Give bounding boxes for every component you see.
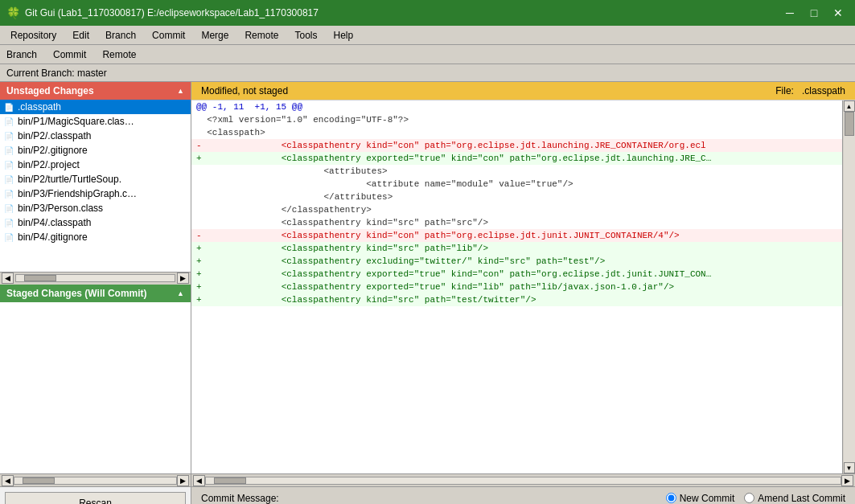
branch-bar-remote[interactable]: Remote — [102, 49, 136, 60]
file-name-label: bin/P4/.classpath — [18, 217, 91, 228]
unstaged-file-item[interactable]: 📄bin/P2/turtle/TurtleSoup. — [0, 172, 191, 186]
radio-amend-label: Amend Last Commit — [758, 493, 845, 504]
menu-item-repository[interactable]: Repository — [3, 27, 64, 43]
menu-item-merge[interactable]: Merge — [194, 27, 236, 43]
unstaged-hscroll[interactable]: ◀ ▶ — [0, 272, 191, 285]
unstaged-file-item[interactable]: 📄bin/P4/.classpath — [0, 215, 191, 230]
file-name: .classpath — [802, 85, 845, 96]
right-panel: Modified, not staged File: .classpath @@… — [191, 82, 855, 486]
diff-line: + <classpathentry exported="true" kind="… — [191, 281, 842, 293]
unstaged-file-item[interactable]: 📄bin/P2/.classpath — [0, 129, 191, 143]
diff-line: <attribute name="module" value="true"/> — [191, 178, 842, 191]
diff-hscroll-left[interactable]: ◀ — [193, 475, 205, 486]
menu-item-remote[interactable]: Remote — [237, 27, 286, 43]
unstaged-file-item[interactable]: 📄bin/P4/.gitignore — [0, 230, 191, 244]
branch-bar-commit[interactable]: Commit — [53, 49, 86, 60]
file-name-label: bin/P2/turtle/TurtleSoup. — [18, 174, 121, 185]
diff-line: + <classpathentry kind="src" path="lib"/… — [191, 242, 842, 255]
commit-header: Commit Message: New Commit Amend Last Co… — [191, 487, 855, 504]
menu-bar: RepositoryEditBranchCommitMergeRemoteToo… — [0, 26, 855, 45]
unstaged-list[interactable]: 📄.classpath📄bin/P1/MagicSquare.clas…📄bin… — [0, 100, 191, 272]
unstaged-header: Unstaged Changes ▲ — [0, 82, 191, 100]
hscroll-right-arrow[interactable]: ▶ — [177, 272, 189, 284]
hscroll-track[interactable] — [15, 274, 175, 282]
diff-hscroll-right[interactable]: ▶ — [841, 475, 853, 486]
diff-hscroll-track[interactable] — [205, 477, 841, 485]
diff-line: + <classpathentry excluding="twitter/" k… — [191, 255, 842, 268]
menu-item-commit[interactable]: Commit — [145, 27, 192, 43]
hscroll2-thumb[interactable] — [23, 477, 55, 484]
left-bottom-hscroll[interactable]: ◀ ▶ — [0, 473, 191, 486]
file-name-label: bin/P2/.project — [18, 159, 80, 170]
menu-item-edit[interactable]: Edit — [65, 27, 97, 43]
unstaged-file-item[interactable]: 📄bin/P2/.gitignore — [0, 143, 191, 158]
unstaged-file-item[interactable]: 📄.classpath — [0, 100, 191, 114]
menu-item-help[interactable]: Help — [326, 27, 360, 43]
hscroll-left-arrow[interactable]: ◀ — [2, 272, 14, 284]
branch-bar-branch[interactable]: Branch — [6, 49, 37, 60]
diff-vscrollbar[interactable]: ▲ ▼ — [842, 100, 855, 473]
file-name-label: .classpath — [18, 101, 61, 113]
hscroll2-left-arrow[interactable]: ◀ — [2, 475, 14, 486]
maximize-button[interactable]: □ — [804, 4, 824, 22]
window-title: Git Gui (Lab1_1170300817) E:/eclipsework… — [25, 7, 319, 18]
title-bar-left: 🍀 Git Gui (Lab1_1170300817) E:/eclipsewo… — [6, 6, 319, 19]
unstaged-file-item[interactable]: 📄bin/P3/FriendshipGraph.c… — [0, 186, 191, 201]
unstaged-label: Unstaged Changes — [6, 85, 94, 96]
staged-header[interactable]: Staged Changes (Will Commit) ▲ — [0, 285, 191, 302]
file-name-label: bin/P2/.classpath — [18, 130, 91, 141]
file-icon: 📄 — [3, 101, 14, 113]
menu-item-branch[interactable]: Branch — [98, 27, 143, 43]
diff-hscroll[interactable]: ◀ ▶ — [191, 473, 855, 486]
radio-amend-input[interactable] — [744, 493, 754, 503]
rescan-button[interactable]: Rescan — [5, 492, 186, 504]
diff-wrapper: @@ -1, 11 +1, 15 @@ <?xml version="1.0" … — [191, 100, 855, 473]
title-bar-controls: ─ □ ✕ — [779, 4, 849, 22]
staged-area — [0, 302, 191, 474]
title-bar: 🍀 Git Gui (Lab1_1170300817) E:/eclipsewo… — [0, 0, 855, 26]
file-icon: 📄 — [3, 174, 14, 185]
diff-line: <?xml version="1.0" encoding="UTF-8"?> — [191, 113, 842, 126]
radio-new-input[interactable] — [666, 493, 676, 503]
file-header: Modified, not staged File: .classpath — [191, 82, 855, 100]
diff-scroll-down[interactable]: ▼ — [844, 462, 855, 473]
menu-item-tools[interactable]: Tools — [287, 27, 324, 43]
diff-area[interactable]: @@ -1, 11 +1, 15 @@ <?xml version="1.0" … — [191, 100, 842, 473]
close-button[interactable]: ✕ — [828, 4, 849, 22]
commit-radio-group: New Commit Amend Last Commit — [666, 493, 845, 504]
file-name-label: bin/P2/.gitignore — [18, 145, 88, 156]
diff-line: @@ -1, 11 +1, 15 @@ — [191, 100, 842, 113]
file-icon: 📄 — [3, 232, 14, 243]
diff-scroll-up[interactable]: ▲ — [844, 100, 855, 112]
file-icon: 📄 — [3, 188, 14, 199]
minimize-button[interactable]: ─ — [779, 4, 800, 22]
diff-line: - <classpathentry kind="con" path="org.e… — [191, 229, 842, 242]
branch-bar: BranchCommitRemote — [0, 45, 855, 64]
file-icon: 📄 — [3, 203, 14, 214]
hscroll-thumb[interactable] — [24, 275, 56, 281]
main-area: Unstaged Changes ▲ 📄.classpath📄bin/P1/Ma… — [0, 82, 855, 486]
hscroll2-track[interactable] — [14, 477, 177, 485]
unstaged-scroll-up[interactable]: ▲ — [177, 87, 184, 95]
unstaged-file-item[interactable]: 📄bin/P3/Person.class — [0, 201, 191, 215]
diff-hscroll-thumb[interactable] — [214, 477, 246, 484]
file-label-area: File: .classpath — [775, 85, 845, 96]
commit-message-label: Commit Message: — [201, 493, 279, 504]
file-icon: 📄 — [3, 116, 14, 127]
current-branch-bar: Current Branch: master — [0, 64, 855, 82]
radio-amend-commit[interactable]: Amend Last Commit — [744, 493, 845, 504]
diff-scroll-track[interactable] — [844, 112, 855, 462]
file-icon: 📄 — [3, 130, 14, 141]
unstaged-file-item[interactable]: 📄bin/P1/MagicSquare.clas… — [0, 114, 191, 129]
file-label: File: — [775, 85, 794, 96]
file-icon: 📄 — [3, 145, 14, 156]
diff-scroll-thumb[interactable] — [845, 112, 854, 136]
diff-line: - <classpathentry kind="con" path="org.e… — [191, 139, 842, 152]
action-panel: Rescan Stage Changed Sign Off Commit Pus… — [0, 487, 191, 504]
file-icon: 📄 — [3, 217, 14, 228]
diff-line: + <classpathentry kind="src" path="test/… — [191, 293, 842, 306]
staged-scroll-up[interactable]: ▲ — [177, 289, 184, 297]
hscroll2-right-arrow[interactable]: ▶ — [177, 475, 189, 486]
radio-new-commit[interactable]: New Commit — [666, 493, 735, 504]
unstaged-file-item[interactable]: 📄bin/P2/.project — [0, 158, 191, 172]
